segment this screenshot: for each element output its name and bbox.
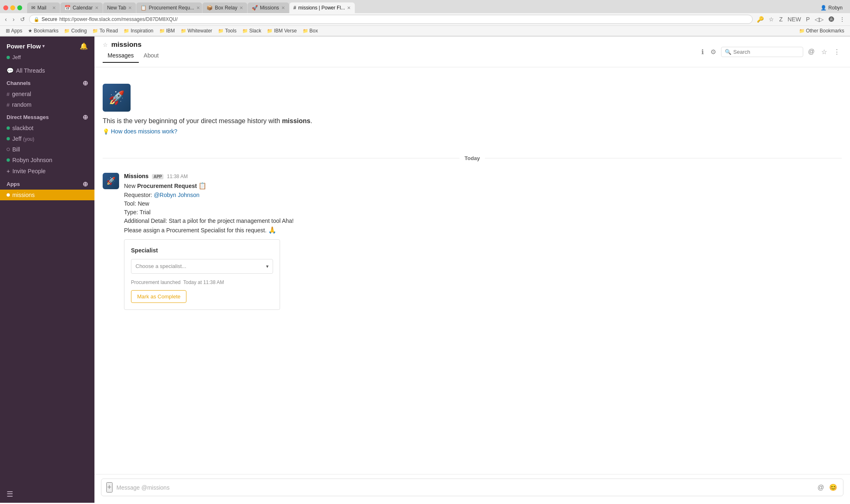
message-assign: Please assign a Procurement Specialist f… <box>124 225 842 235</box>
key-icon[interactable]: 🔑 <box>755 15 765 23</box>
sidebar-item-bill[interactable]: Bill <box>0 144 94 155</box>
requestor-mention[interactable]: @Robyn Johnson <box>154 192 200 198</box>
message-input[interactable] <box>117 484 813 491</box>
folder-box-icon: 📁 <box>303 28 308 34</box>
search-input[interactable] <box>733 49 791 55</box>
add-channel-icon[interactable]: ⊕ <box>83 79 88 87</box>
maximize-window-button[interactable] <box>17 5 22 10</box>
bookmark-coding-label: Coding <box>71 28 87 34</box>
menu-button[interactable]: ⋮ <box>838 15 847 23</box>
address-text: https://power-flow.slack.com/messages/D8… <box>59 16 177 22</box>
message-line1: New Procurement Request 📋 <box>124 181 842 191</box>
sidebar-item-allthreads[interactable]: 💬 All Threads <box>0 65 94 76</box>
at-button[interactable]: @ <box>806 46 816 57</box>
tab-close-boxrelay[interactable]: ✕ <box>239 5 243 11</box>
add-dm-icon[interactable]: ⊕ <box>83 113 88 121</box>
settings-button[interactable]: ⚙ <box>709 46 718 57</box>
folder-slack-icon: 📁 <box>242 28 248 34</box>
back-button[interactable]: ‹ <box>3 15 9 23</box>
apps-grid-icon: ⊞ <box>6 28 10 34</box>
menu-lines-icon[interactable]: ☰ <box>7 490 13 498</box>
tab-newtab[interactable]: New Tab ✕ <box>103 2 136 13</box>
close-window-button[interactable] <box>3 5 8 10</box>
workspace-name-text: Power Flow <box>7 43 41 50</box>
bookmark-ibmverse[interactable]: 📁 IBM Verse <box>264 27 299 34</box>
forward-button[interactable]: › <box>11 15 16 23</box>
tab-calendar[interactable]: 📅 Calendar ✕ <box>60 2 103 13</box>
bookmark-whitewater[interactable]: 📁 Whitewater <box>178 27 215 34</box>
emoji-button[interactable]: 😊 <box>828 483 838 492</box>
bookmark-apps[interactable]: ⊞ Apps <box>3 27 25 34</box>
channels-section-header[interactable]: Channels ⊕ <box>0 76 94 89</box>
channel-search-box[interactable]: 🔍 <box>721 47 803 57</box>
more-header-button[interactable]: ⋮ <box>832 46 842 57</box>
threads-icon: 💬 <box>7 67 14 74</box>
messages-area[interactable]: 🚀 This is the very beginning of your dir… <box>94 67 850 474</box>
tab-procurement[interactable]: 📋 Procurement Requ... ✕ <box>136 2 202 13</box>
pinterest-icon[interactable]: P <box>804 15 811 23</box>
secure-label: Secure <box>41 16 57 22</box>
bookmark-coding[interactable]: 📁 Coding <box>62 27 89 34</box>
bookmark-box[interactable]: 📁 Box <box>300 27 321 34</box>
sidebar-header: Power Flow ▾ 🔔 <box>0 37 94 54</box>
sidebar-item-random[interactable]: # random <box>0 99 94 110</box>
tab-close-procurement[interactable]: ✕ <box>196 5 200 11</box>
tab-procurement-label: Procurement Requ... <box>149 5 194 11</box>
mark-complete-button[interactable]: Mark as Complete <box>131 290 186 303</box>
tab-close-mail[interactable]: ✕ <box>52 5 56 11</box>
sidebar-item-missions[interactable]: missions <box>0 190 94 200</box>
tab-close-powerflow[interactable]: ✕ <box>347 5 351 11</box>
new-icon[interactable]: NEW <box>786 15 803 23</box>
folder-ibmverse-icon: 📁 <box>267 28 273 34</box>
message-plus-button[interactable]: + <box>106 482 113 493</box>
minimize-window-button[interactable] <box>10 5 15 10</box>
tab-boxrelay-label: Box Relay <box>215 5 237 11</box>
address-bar[interactable]: 🔒 Secure https://power-flow.slack.com/me… <box>29 15 753 24</box>
date-divider: Today <box>103 155 842 161</box>
tab-mail[interactable]: ✉ Mail ✕ <box>27 2 60 13</box>
bookmark-slack[interactable]: 📁 Slack <box>240 27 264 34</box>
tab-missions[interactable]: 🚀 Missions ✕ <box>248 2 289 13</box>
tab-messages[interactable]: Messages <box>103 50 139 63</box>
star-header-button[interactable]: ☆ <box>820 46 829 57</box>
folder-tools-icon: 📁 <box>218 28 224 34</box>
how-missions-link[interactable]: 💡 How does missions work? <box>103 128 177 135</box>
main-content: ☆ missions Messages About ℹ ⚙ 🔍 @ ☆ <box>94 37 850 503</box>
tab-powerflow[interactable]: # missions | Power Fl... ✕ <box>289 2 355 13</box>
workspace-name[interactable]: Power Flow ▾ <box>7 43 45 50</box>
sidebar-item-slackbot[interactable]: slackbot <box>0 123 94 133</box>
bookmark-other[interactable]: 📁 Other Bookmarks <box>797 27 847 34</box>
sidebar-item-jeff[interactable]: Jeff (you) <box>0 133 94 144</box>
star-address-button[interactable]: ☆ <box>767 15 776 23</box>
tab-boxrelay[interactable]: 📦 Box Relay ✕ <box>202 2 247 13</box>
bookmark-bookmarks[interactable]: ★ Bookmarks <box>25 27 61 34</box>
tab-about[interactable]: About <box>139 50 164 63</box>
bookmark-whitewater-label: Whitewater <box>188 28 212 34</box>
zotero-icon[interactable]: Z <box>777 15 784 23</box>
invite-people-item[interactable]: + Invite People <box>0 165 94 177</box>
specialist-dropdown[interactable]: Choose a specialist... ▾ <box>131 259 273 274</box>
sidebar-item-robyn[interactable]: Robyn Johnson <box>0 155 94 165</box>
tab-close-calendar[interactable]: ✕ <box>95 5 99 11</box>
apps-section-header[interactable]: Apps ⊕ <box>0 177 94 190</box>
star-channel-icon[interactable]: ☆ <box>103 41 108 48</box>
how-link-text: How does missions work? <box>111 128 177 135</box>
addon-icon[interactable]: 🅐 <box>827 15 836 23</box>
folder-toread-icon: 📁 <box>92 28 98 34</box>
refresh-button[interactable]: ↺ <box>18 15 27 23</box>
user-status-dot <box>7 56 10 59</box>
notification-bell-icon[interactable]: 🔔 <box>80 42 88 50</box>
at-message-button[interactable]: @ <box>817 483 825 492</box>
bookmark-tools[interactable]: 📁 Tools <box>216 27 239 34</box>
tab-close-missions[interactable]: ✕ <box>281 5 285 11</box>
dm-section-header[interactable]: Direct Messages ⊕ <box>0 110 94 123</box>
tab-close-newtab[interactable]: ✕ <box>128 5 132 11</box>
extension-icon[interactable]: ◁▷ <box>813 15 825 23</box>
dropdown-arrow-icon: ▾ <box>266 263 269 270</box>
sidebar-item-general[interactable]: # general <box>0 89 94 99</box>
info-button[interactable]: ℹ <box>700 46 705 57</box>
bookmark-inspiration[interactable]: 📁 Inspiration <box>121 27 156 34</box>
add-app-icon[interactable]: ⊕ <box>83 180 88 188</box>
bookmark-ibm[interactable]: 📁 IBM <box>157 27 177 34</box>
bookmark-toread[interactable]: 📁 To Read <box>90 27 120 34</box>
